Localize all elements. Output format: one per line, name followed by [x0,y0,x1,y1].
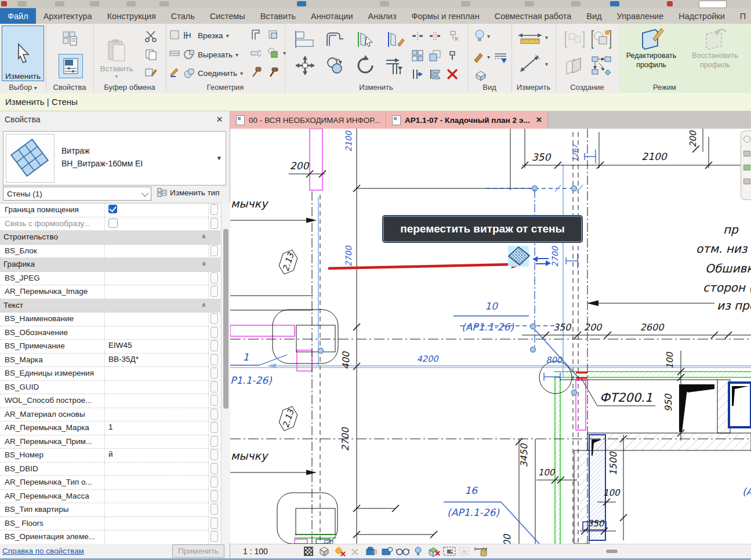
mirror-axis-button[interactable] [383,28,408,50]
ribbon-tab[interactable]: Вид [579,8,609,24]
associate-parameter-button[interactable] [208,326,220,340]
move-button[interactable] [293,54,317,77]
property-row[interactable]: AR_Перемычка_Масса » [0,490,220,504]
ribbon-tab[interactable]: Системы [202,8,253,24]
edit-profile-button[interactable]: Редактировать профиль [623,26,679,79]
sun-path-icon[interactable] [333,546,347,557]
property-value[interactable] [105,217,208,231]
temporary-view-properties-icon[interactable] [427,546,441,557]
cut-profile-icon[interactable] [493,49,508,64]
create-similar-button[interactable] [590,55,612,77]
property-value[interactable] [105,272,208,285]
svg-text:4200[interactable]: 4200 [417,354,440,363]
show-crop-region-icon[interactable] [380,546,394,557]
detail-level-icon[interactable] [302,546,315,557]
wall-magenta-right[interactable] [576,380,586,430]
property-row[interactable]: BS_ Floors » [0,517,220,531]
associate-parameter-button[interactable] [208,490,220,503]
associate-parameter-button[interactable] [208,530,220,544]
view-tab[interactable]: 00 - ВСЯ НЕОБХОДИМАЯ ИНФОР... × [230,111,386,129]
associate-parameter-button[interactable] [208,381,220,394]
associate-parameter-button[interactable] [208,285,220,299]
checkbox[interactable] [108,219,118,228]
associate-parameter-button[interactable] [208,272,220,285]
svg-text:350[interactable]: 350 [553,322,572,333]
svg-text:16[interactable]: 16 [465,485,478,496]
group-label-create[interactable]: Создание [556,83,619,92]
associate-parameter-button[interactable] [208,354,220,367]
property-value[interactable] [105,367,208,380]
offset-copy-icon[interactable] [410,67,425,82]
property-row[interactable]: AR_Перемычка_Прим... » [0,435,220,449]
copy-button[interactable] [143,47,158,62]
collapse-chevron-icon[interactable]: » [199,262,208,266]
svg-text:100[interactable]: 100 [665,351,675,369]
property-row[interactable]: BS_Наименование » [0,312,220,326]
property-value[interactable] [105,312,208,326]
collapse-chevron-icon[interactable]: » [199,303,208,307]
svg-text:2700[interactable]: 2700 [550,246,560,267]
associate-parameter-button[interactable] [208,408,220,421]
array-icon[interactable] [410,48,425,63]
offset-button[interactable] [323,28,347,50]
rotate-button[interactable] [353,54,378,77]
associate-parameter-button[interactable] [208,340,220,353]
qat-icon[interactable] [90,1,99,6]
svg-text:отм. низ[interactable]: отм. низ [696,242,748,256]
property-row[interactable]: Строительство » [0,231,220,245]
qat-icon[interactable] [126,1,136,6]
visual-style-icon[interactable] [317,546,331,557]
property-value[interactable] [105,394,208,408]
cope-icon[interactable] [167,27,182,42]
paste-button[interactable]: Вставить ▾ [98,26,135,79]
property-row[interactable]: BS_Обозначение » [0,326,220,340]
create-parts-button[interactable] [564,55,586,77]
svg-text:2700[interactable]: 2700 [344,245,353,267]
svg-text:1500[interactable]: 1500 [608,451,619,476]
group-label-view[interactable]: Вид [467,83,511,92]
property-row[interactable]: BS_Тип квартиры » [0,503,220,517]
trim-extend-button[interactable] [383,54,408,77]
reveal-hidden-elements-icon[interactable] [411,546,425,557]
property-value[interactable]: 1 [105,421,208,435]
associate-parameter-button[interactable] [208,435,220,449]
group-label-mode[interactable]: Режим [619,83,710,92]
column-top[interactable] [296,325,335,352]
associate-parameter-button[interactable] [208,312,220,326]
svg-text:(А[interactable]: (А [742,486,751,497]
property-row[interactable]: BS_GUID » [0,381,220,395]
match-type-button[interactable] [143,66,158,81]
create-assembly-button[interactable] [590,28,612,50]
qat-icon[interactable] [461,1,470,6]
ribbon-tab[interactable]: Совместная работа [487,8,579,24]
wall-magenta-bottom[interactable] [295,539,307,544]
associate-parameter-button[interactable] [208,449,220,462]
pan-icon[interactable] [743,151,750,157]
wall-joins-icon[interactable] [249,27,264,42]
svg-text:350[interactable]: 350 [532,151,552,163]
property-row[interactable]: BS_DBID » [0,463,220,477]
cut-geometry-item[interactable]: Врезка▾ [183,31,229,40]
wall-magenta-mid[interactable] [230,325,295,336]
svg-text:Обшивка[interactable]: Обшивка [705,261,751,275]
edit-type-button[interactable]: Изменить тип [157,188,220,197]
zoom-icon[interactable] [743,165,750,170]
svg-text:ФТ200.1[interactable]: ФТ200.1 [600,391,652,405]
property-row[interactable]: BS_Номер й » [0,449,220,463]
type-dropdown-icon[interactable]: ▾ [217,154,221,162]
reset-profile-button[interactable]: Восстановить профиль [687,26,743,79]
svg-text:1[interactable]: 1 [243,351,249,363]
svg-text:из про[interactable]: из про [717,299,751,312]
selection-filter-combobox[interactable]: Стены (1) [3,187,151,201]
property-value[interactable] [105,530,208,544]
svg-text:пр[interactable]: пр [723,223,739,237]
group-label-modify[interactable]: Изменить [285,83,467,92]
property-value[interactable] [105,490,208,503]
property-row[interactable]: BS_Ориентация элеме... » [0,530,220,544]
associate-parameter-button[interactable] [208,203,220,217]
navigation-bar[interactable] [741,130,751,200]
property-value[interactable] [105,503,208,517]
property-row[interactable]: BS_Примечание EIW45 » [0,340,220,354]
properties-scrollbar[interactable] [221,203,230,543]
group-label-select[interactable]: Выбор ▾ [0,83,46,92]
